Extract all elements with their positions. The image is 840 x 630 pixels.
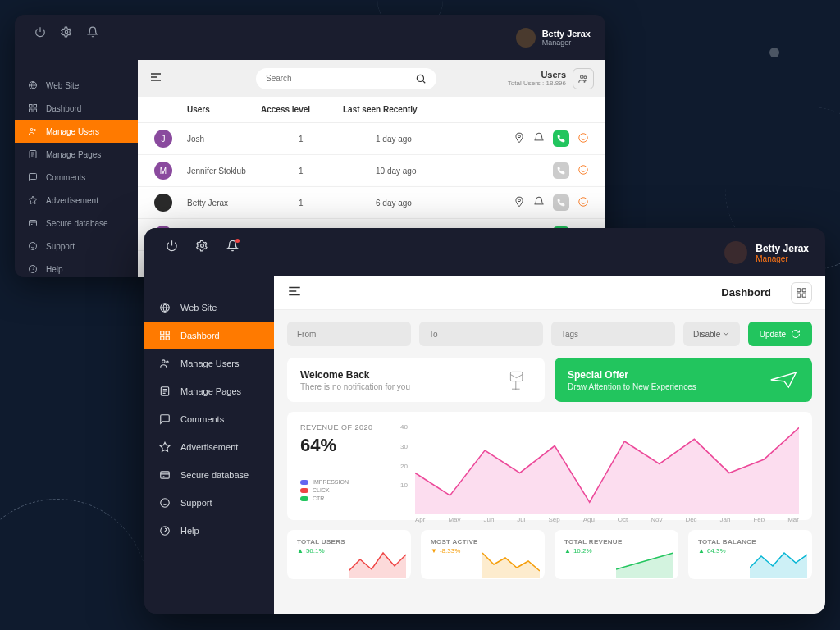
svg-rect-2 <box>30 105 33 108</box>
chart-percent: 64% <box>300 435 399 456</box>
sidebar-item-comments[interactable]: Comments <box>15 166 138 189</box>
page-title: Dashbord <box>721 286 771 299</box>
tags-input[interactable] <box>551 322 675 346</box>
sidebar-item-web-site[interactable]: Web Site <box>144 294 274 322</box>
table-row[interactable]: MJennifer Stoklub110 day ago <box>138 155 605 187</box>
stat-card[interactable]: TOTAL BALANCE▲64.3% <box>688 530 812 579</box>
svg-rect-36 <box>802 294 806 297</box>
svg-point-6 <box>30 129 33 131</box>
location-icon[interactable] <box>514 196 525 209</box>
grid-icon[interactable] <box>791 282 812 304</box>
svg-rect-35 <box>797 294 801 297</box>
user-name: Betty Jerax <box>756 243 809 254</box>
sidebar-item-dashbord[interactable]: Dashbord <box>15 97 138 120</box>
legend-item: CLICK <box>300 487 399 493</box>
svg-point-18 <box>518 199 521 202</box>
paper-plane-icon <box>769 369 799 390</box>
sidebar-item-dashbord[interactable]: Dashbord <box>144 322 274 349</box>
svg-rect-9 <box>30 221 37 226</box>
mailbox-icon <box>499 368 532 392</box>
from-input[interactable] <box>287 322 411 346</box>
svg-point-7 <box>34 130 36 131</box>
bell-icon[interactable] <box>87 26 98 41</box>
stat-card[interactable]: TOTAL USERS▲56.1% <box>287 530 411 579</box>
sidebar-item-advertisement[interactable]: Advertisement <box>15 189 138 212</box>
to-input[interactable] <box>419 322 543 346</box>
call-icon[interactable] <box>553 194 569 211</box>
search-icon <box>415 73 427 84</box>
call-icon[interactable] <box>553 162 569 179</box>
smile-icon[interactable] <box>578 196 589 209</box>
search-field[interactable] <box>266 74 415 83</box>
smile-icon[interactable] <box>578 164 589 177</box>
table-header: Users Access level Last seen Recently <box>138 97 605 123</box>
svg-point-14 <box>584 75 587 78</box>
welcome-card: Welcome Back There is no notification fo… <box>287 358 545 402</box>
sidebar-item-web-site[interactable]: Web Site <box>15 74 138 97</box>
svg-rect-24 <box>166 331 169 335</box>
svg-point-19 <box>579 198 588 207</box>
user-badge[interactable]: Betty Jerax Manager <box>724 241 809 264</box>
bell-icon[interactable] <box>226 240 239 255</box>
table-row[interactable]: Betty Jerax16 day ago <box>138 187 605 219</box>
svg-point-10 <box>30 243 37 250</box>
call-icon[interactable] <box>553 130 569 147</box>
svg-rect-26 <box>166 336 169 340</box>
sidebar-item-manage-users[interactable]: Manage Users <box>144 349 274 377</box>
sidebar-item-help[interactable]: Help <box>15 258 138 277</box>
svg-point-15 <box>518 135 521 138</box>
avatar <box>154 194 172 212</box>
power-icon[interactable] <box>166 240 178 255</box>
svg-rect-4 <box>30 109 33 112</box>
svg-rect-25 <box>161 336 164 340</box>
svg-point-17 <box>579 166 588 175</box>
sidebar-item-comments[interactable]: Comments <box>144 405 274 433</box>
avatar <box>724 241 747 264</box>
gear-icon[interactable] <box>196 240 208 255</box>
revenue-chart-card: REVENUE OF 2020 64% IMPRESSIONCLICKCTR 1… <box>287 412 812 520</box>
sidebar-item-support[interactable]: Support <box>15 235 138 258</box>
user-role: Manager <box>756 254 809 263</box>
svg-point-27 <box>162 360 166 363</box>
legend-item: IMPRESSION <box>300 479 399 485</box>
user-badge[interactable]: Betty Jerax Manager <box>516 28 591 48</box>
stat-cards: TOTAL USERS▲56.1%MOST ACTIVE▼-8.33%TOTAL… <box>274 530 825 579</box>
svg-point-31 <box>161 499 170 508</box>
offer-card[interactable]: Special Offer Draw Attention to New Expe… <box>555 358 812 402</box>
users-icon <box>573 68 594 89</box>
sidebar-item-support[interactable]: Support <box>144 489 274 517</box>
sidebar: Web SiteDashbordManage UsersManage Pages… <box>15 15 138 277</box>
svg-point-28 <box>167 361 168 363</box>
smile-icon[interactable] <box>578 132 589 145</box>
location-icon[interactable] <box>514 132 525 145</box>
svg-point-16 <box>579 134 588 143</box>
stat-card[interactable]: MOST ACTIVE▼-8.33% <box>421 530 545 579</box>
menu-icon[interactable] <box>287 284 302 302</box>
bg-dot <box>769 48 779 57</box>
search-input[interactable] <box>256 68 436 89</box>
bell-icon[interactable] <box>533 132 545 145</box>
sidebar-item-help[interactable]: Help <box>144 517 274 545</box>
user-name: Betty Jerax <box>542 29 591 39</box>
sidebar-item-secure-database[interactable]: Secure database <box>144 461 274 489</box>
sidebar-item-manage-users[interactable]: Manage Users <box>15 120 138 143</box>
svg-point-13 <box>581 75 584 78</box>
sidebar-item-secure-database[interactable]: Secure database <box>15 212 138 235</box>
sidebar-item-advertisement[interactable]: Advertisement <box>144 433 274 461</box>
stat-card[interactable]: TOTAL REVENUE▲16.2% <box>555 530 678 579</box>
menu-icon[interactable] <box>149 71 162 87</box>
power-icon[interactable] <box>34 26 46 41</box>
top-icons <box>166 240 239 255</box>
sidebar-item-manage-pages[interactable]: Manage Pages <box>144 377 274 405</box>
svg-rect-33 <box>797 288 801 291</box>
sidebar-item-manage-pages[interactable]: Manage Pages <box>15 143 138 166</box>
update-button[interactable]: Update <box>748 322 812 346</box>
svg-point-21 <box>201 244 204 248</box>
refresh-icon <box>791 329 801 339</box>
bell-icon[interactable] <box>533 196 545 209</box>
gear-icon[interactable] <box>61 26 72 41</box>
table-row[interactable]: JJosh11 day ago <box>138 123 605 155</box>
chart-legend: IMPRESSIONCLICKCTR <box>300 479 399 501</box>
status-select[interactable]: Disable <box>683 322 740 346</box>
svg-rect-37 <box>510 372 522 381</box>
